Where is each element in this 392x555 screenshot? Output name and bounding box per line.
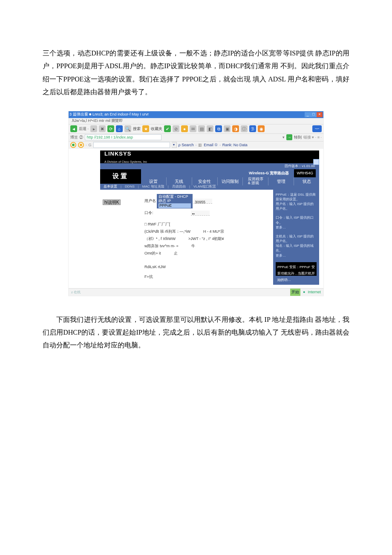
home-icon[interactable]: ⌂ xyxy=(116,125,123,132)
form-row-5a: Omr的» it xyxy=(144,250,161,257)
browser-menubar: .ftJw'»la,l H*<Ei mtr mil 瀏覽即 xyxy=(69,118,323,124)
tb-ic-3[interactable]: ● xyxy=(181,125,188,132)
form-row-3b: >JWT - ''z , I'' 4初期¥ xyxy=(188,235,224,243)
tb-ic-11[interactable]: ◉ xyxy=(258,125,265,132)
brand-bar: LINKSYS A Division of Cisco Systems, Inc xyxy=(100,150,319,163)
tb-ic-4[interactable]: ✉ xyxy=(190,125,196,132)
page-body: LINKSYS A Division of Cisco Systems, Inc… xyxy=(69,149,323,288)
status-done: 开始 xyxy=(290,289,300,296)
search-bar: · G ▾ ρ Search · ▥ Email ① · Rank: No Da… xyxy=(69,141,323,149)
help-more-1[interactable]: 更多… xyxy=(276,225,317,230)
tb-ic-7[interactable]: ▣ xyxy=(224,125,231,132)
window-title-prefix: 3 篇弹出窗 xyxy=(69,112,88,116)
nav-section-title: 设置 xyxy=(100,169,141,184)
password-input[interactable]: •• xyxy=(191,211,210,216)
help-text-1: PPPoE：这是 DSL 提供商最常用的设置。 xyxy=(276,192,317,202)
tb-ic-5[interactable]: ◧ xyxy=(207,125,213,132)
form-row-1: □ RWF 厂厂厂[ xyxy=(144,221,270,228)
nav-fwd-icon[interactable]: ▸ xyxy=(90,125,97,132)
refresh-icon[interactable]: ⟳ xyxy=(107,125,114,132)
internet-zone-icon: ● xyxy=(303,289,305,296)
tab-admin[interactable]: 管理 xyxy=(268,177,294,185)
window-title-rest: ■ Lnro3; an End indoor-f May I urvr xyxy=(89,112,149,116)
browser-toolbar: ◄ 后退 · ▸ ✖ ⟳ ⌂ 🔍 搜索 ★ 收藏夹 ✔ ⊘ ● ✉ ▤ ◧ ⧉ … xyxy=(69,124,323,133)
form-row-2a: (Ck/iPdlt 班 rfi刑耳：—,*iW xyxy=(144,228,190,235)
fav-icon[interactable]: ★ xyxy=(142,125,149,132)
window-min-button[interactable]: _ xyxy=(305,112,311,117)
help-more-2[interactable]: 更多… xyxy=(276,253,317,258)
tb-ic-9[interactable]: ⓘ xyxy=(241,125,248,132)
form-row-bottom-2: F»抗 xyxy=(144,273,270,280)
subnav-vlan[interactable]: VLAN端口配置 xyxy=(193,183,216,190)
router-screenshot: 3 篇弹出窗 ■ Lnro3; an End indoor-f May I ur… xyxy=(68,111,324,296)
linksys-logo-sub: A Division of Cisco Systems, Inc xyxy=(104,159,147,165)
form-row-5b: 止 xyxy=(174,250,178,257)
firmware-version: 固件版本：v1.01.00 xyxy=(285,163,315,169)
form-row-4a: w用弃加 tvv^m m- « xyxy=(144,243,179,250)
section-label: hi说明K xyxy=(103,199,121,205)
device-type-label: Wireless-G 宽带路由器 xyxy=(249,170,289,177)
form-row-2b: H - 4 MU*宗 xyxy=(203,228,224,235)
tab-access[interactable]: 访问限制 xyxy=(217,177,243,185)
status-zone: Internet xyxy=(308,289,321,296)
nav-back-label: 后退 · xyxy=(79,125,89,133)
conn-type-select[interactable]: 自动配置 - DHCP 静态 IP PPPoE xyxy=(157,194,193,208)
tab-status[interactable]: 状态 xyxy=(294,177,319,185)
password-label: 口令: xyxy=(144,209,153,217)
scroll-handle[interactable] xyxy=(313,159,319,165)
help-text-3: 口令：输入 ISP 提供的口令。 xyxy=(276,215,317,225)
subnav-basic[interactable]: 基本设置 xyxy=(104,183,117,190)
browser-status-bar: z 在线 开始 ● Internet xyxy=(69,288,323,296)
subnav-mac[interactable]: MAC 地址克隆 xyxy=(142,183,164,190)
search-email-link[interactable]: Email ① xyxy=(204,142,218,149)
fav-label: 收藏夹 xyxy=(151,125,162,133)
status-watermark: z 在线 xyxy=(71,289,81,295)
tb-ic-6[interactable]: ⧉ xyxy=(215,125,222,132)
help-text-5: 域名：输入 ISP 提供的域名。 xyxy=(276,243,317,253)
form-row-3a: （祁》* , f XfiIWW xyxy=(144,235,176,243)
search-input[interactable] xyxy=(93,142,170,148)
window-max-button[interactable]: □ xyxy=(311,112,317,117)
username-label: 用户名 xyxy=(144,197,156,205)
paragraph-2: 下面我们进行无线的设置，可选设置那里可以用默认不用修改。本机 IP 地址是指路由… xyxy=(43,313,349,352)
content-area: hi说明K 用户名 自动配置 - DHCP 静态 IP PPPoE 30955 … xyxy=(100,190,319,285)
throbber-icon: 〰 xyxy=(312,125,322,132)
address-input[interactable]: http //192.198 I 1/index.asp xyxy=(85,134,161,140)
subnav-ddns[interactable]: DDNS xyxy=(125,183,135,190)
go-button[interactable]: → xyxy=(286,134,292,140)
help-sidebar: PPPoE：这是 DSL 提供商最常用的设置。 用户名：输入 ISP 提供的用户… xyxy=(273,190,319,285)
help-footer: PPPoE 安装：PPPoF 安装功能允许…当图片机开始的功… xyxy=(276,262,317,276)
search-engine-2-icon[interactable] xyxy=(78,142,84,148)
search-icon[interactable]: 🔍 xyxy=(124,125,131,132)
tb-ic-8[interactable]: ◑ xyxy=(232,125,239,132)
go-label: 转到 xyxy=(294,134,302,141)
help-footer-text: PPPoE 安装：PPPoF 安装功能允许…当图片机开始的功… xyxy=(277,264,315,283)
tb-ic-10[interactable]: ℬ xyxy=(249,125,256,132)
help-text-2: 用户名：输入 ISP 提供的用户名。 xyxy=(276,202,317,211)
print-icon[interactable]: ▤ xyxy=(198,125,205,132)
tb-ic-2[interactable]: ⊘ xyxy=(173,125,179,132)
username-input[interactable]: 30955 xyxy=(193,199,212,204)
device-model: WRH54G xyxy=(294,169,316,177)
search-dropdown[interactable]: ▾ xyxy=(172,142,177,148)
search-go[interactable]: ρ Search xyxy=(179,142,194,149)
nav-back-icon[interactable]: ◄ xyxy=(70,125,77,132)
search-label: 搜索 xyxy=(133,125,141,133)
help-text-4: 主机名：输入 ISP 提供的用户名。 xyxy=(276,234,317,243)
address-bar: 博呈 ② http //192.198 I 1/index.asp ▾ → 转到… xyxy=(69,133,323,141)
nav-row: 设置 Wireless-G 宽带路由器 WRH54G 设置 无线 安全性 访问限… xyxy=(100,169,319,184)
subnav-route[interactable]: 高级路由 xyxy=(172,183,186,190)
window-close-button[interactable]: × xyxy=(317,112,323,117)
search-engine-1-icon[interactable] xyxy=(70,142,76,148)
linksys-logo: LINKSYS xyxy=(104,149,131,159)
stop-icon[interactable]: ✖ xyxy=(99,125,106,132)
tb-ic-1[interactable]: ✔ xyxy=(164,125,171,132)
form-row-bottom-1: RdiLsK rtJW xyxy=(144,263,270,271)
address-label: 博呈 ② xyxy=(70,134,83,141)
search-rank: Rank: No Data xyxy=(222,142,248,149)
paragraph-1: 三个选项，动态DHCP的需要还有上级设备，一般不选；静态IP的适合小区宽带等IS… xyxy=(43,47,349,99)
tab-apps[interactable]: 应用程序 & 游戏 xyxy=(242,177,268,185)
form-row-4b: 牛 xyxy=(191,243,195,250)
